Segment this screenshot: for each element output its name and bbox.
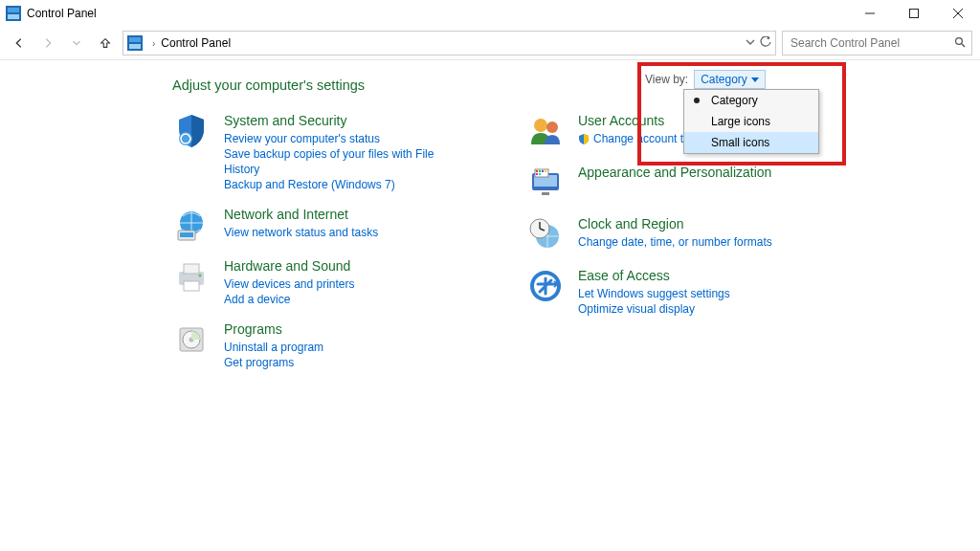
svg-rect-29 <box>536 170 538 172</box>
category-link[interactable]: Let Windows suggest settings <box>578 286 730 301</box>
users-icon <box>526 112 565 150</box>
titlebar: Control Panel <box>0 0 980 27</box>
category-ease-of-access: Ease of Access Let Windows suggest setti… <box>526 267 813 317</box>
viewby-dropdown-menu: Category Large icons Small icons <box>683 89 819 154</box>
viewby-option-label: Small icons <box>711 136 769 149</box>
maximize-button[interactable] <box>892 0 936 27</box>
control-panel-icon <box>127 35 143 51</box>
svg-line-11 <box>962 44 965 47</box>
viewby-current-value: Category <box>701 73 747 86</box>
toolbar: › Control Panel <box>0 27 980 59</box>
viewby-area: View by: Category Category Large icons S… <box>641 66 842 162</box>
printer-icon <box>172 257 211 296</box>
svg-point-23 <box>534 119 547 132</box>
category-link[interactable]: Review your computer's status <box>224 131 459 146</box>
clock-globe-icon <box>526 215 565 253</box>
category-link[interactable]: Optimize visual display <box>578 301 730 317</box>
svg-point-24 <box>546 121 558 133</box>
uac-shield-icon <box>578 133 590 144</box>
svg-point-19 <box>199 275 202 277</box>
nav-up-button[interactable] <box>94 32 117 55</box>
refresh-button[interactable] <box>760 36 771 51</box>
control-panel-icon <box>6 6 21 21</box>
svg-rect-2 <box>8 14 19 19</box>
breadcrumb-root[interactable]: Control Panel <box>161 36 231 50</box>
category-title[interactable]: Hardware and Sound <box>224 257 355 275</box>
svg-rect-18 <box>184 281 199 291</box>
category-link[interactable]: Add a device <box>224 292 355 307</box>
search-box[interactable] <box>782 31 972 55</box>
window-controls <box>848 0 980 27</box>
svg-rect-30 <box>539 170 541 172</box>
svg-rect-8 <box>129 37 141 42</box>
category-clock-region: Clock and Region Change date, time, or n… <box>526 215 813 253</box>
category-system-security: System and Security Review your computer… <box>172 112 459 192</box>
category-link[interactable]: View devices and printers <box>224 276 355 292</box>
recent-locations-button[interactable] <box>65 32 88 55</box>
viewby-option-large-icons[interactable]: Large icons <box>684 111 818 132</box>
ease-of-access-icon <box>526 267 565 305</box>
shield-icon <box>172 112 211 150</box>
svg-rect-4 <box>910 10 919 18</box>
nav-forward-button[interactable] <box>36 32 59 55</box>
category-appearance-personalization: Appearance and Personalization <box>526 164 813 202</box>
svg-rect-31 <box>542 170 544 172</box>
content-area: Adjust your computer's settings View by:… <box>0 60 980 384</box>
category-link[interactable]: Backup and Restore (Windows 7) <box>224 177 459 192</box>
svg-rect-34 <box>539 173 541 175</box>
minimize-button[interactable] <box>848 0 892 27</box>
address-bar[interactable]: › Control Panel <box>122 31 776 55</box>
viewby-option-label: Category <box>711 94 758 107</box>
category-programs: Programs Uninstall a program Get program… <box>172 320 459 370</box>
category-link[interactable]: Save backup copies of your files with Fi… <box>224 146 459 177</box>
viewby-option-label: Large icons <box>711 115 770 128</box>
search-icon[interactable] <box>954 36 966 51</box>
viewby-label: View by: <box>645 73 688 86</box>
category-title[interactable]: Ease of Access <box>578 267 730 284</box>
category-link[interactable]: Change date, time, or number formats <box>578 234 772 250</box>
category-title[interactable]: Clock and Region <box>578 215 772 232</box>
category-title[interactable]: Appearance and Personalization <box>578 164 771 181</box>
category-column-left: System and Security Review your computer… <box>172 112 459 384</box>
chevron-down-icon <box>751 77 759 82</box>
viewby-dropdown-button[interactable]: Category <box>694 70 766 89</box>
category-link[interactable]: Uninstall a program <box>224 340 323 355</box>
svg-rect-33 <box>536 173 538 175</box>
search-input[interactable] <box>789 35 954 51</box>
svg-rect-32 <box>545 170 546 172</box>
globe-network-icon <box>172 206 211 244</box>
viewby-option-category[interactable]: Category <box>684 90 818 111</box>
viewby-option-small-icons[interactable]: Small icons <box>684 132 818 153</box>
radio-selected-icon <box>694 98 700 103</box>
svg-rect-15 <box>180 232 193 237</box>
svg-rect-9 <box>129 44 141 49</box>
svg-rect-1 <box>8 8 19 12</box>
svg-point-10 <box>956 37 963 44</box>
svg-rect-17 <box>184 264 199 274</box>
svg-rect-27 <box>542 192 549 195</box>
monitor-palette-icon <box>526 164 565 202</box>
close-button[interactable] <box>936 0 980 27</box>
nav-back-button[interactable] <box>8 32 31 55</box>
category-hardware-sound: Hardware and Sound View devices and prin… <box>172 257 459 307</box>
category-link[interactable]: Get programs <box>224 355 323 370</box>
disc-box-icon <box>172 320 211 359</box>
chevron-right-icon[interactable]: › <box>152 38 155 49</box>
window-title: Control Panel <box>27 7 97 20</box>
address-dropdown-button[interactable] <box>745 36 756 51</box>
category-title[interactable]: Programs <box>224 320 323 338</box>
category-title[interactable]: System and Security <box>224 112 459 129</box>
category-link[interactable]: View network status and tasks <box>224 225 378 240</box>
category-title[interactable]: Network and Internet <box>224 206 378 223</box>
category-network-internet: Network and Internet View network status… <box>172 206 459 244</box>
